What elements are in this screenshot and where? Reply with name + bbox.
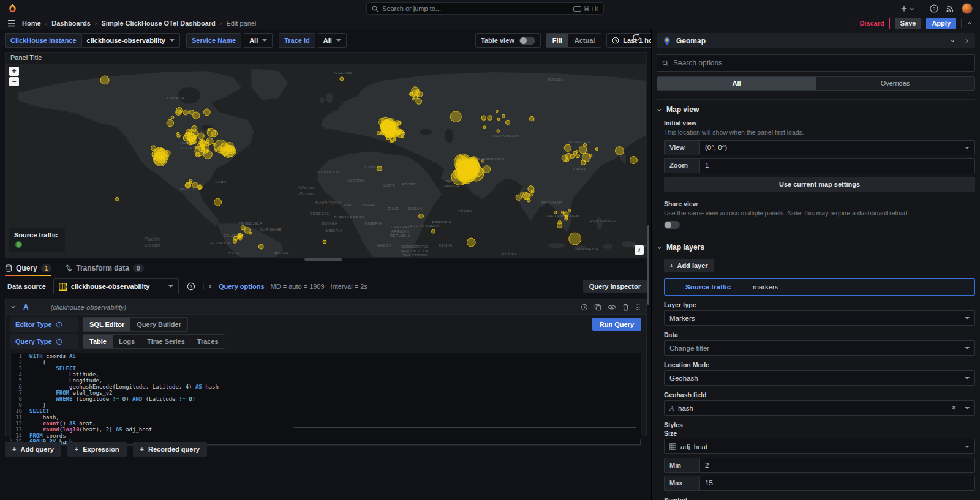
clear-icon[interactable]: ✕ — [951, 404, 957, 412]
options-search-input[interactable]: Search options — [657, 54, 975, 72]
discard-button[interactable]: Discard — [854, 18, 889, 29]
layer-item-source-traffic[interactable]: Source traffic markers — [664, 278, 975, 296]
angle-right-icon[interactable] — [964, 38, 969, 44]
user-avatar[interactable] — [962, 3, 973, 14]
grafana-logo[interactable] — [7, 3, 18, 13]
datasource-picker[interactable]: clickhouse-observability — [53, 278, 179, 294]
apply-button[interactable]: Apply — [926, 18, 956, 29]
code-horizontal-scrollbar[interactable] — [293, 427, 636, 428]
query-builder-option[interactable]: Query Builder — [130, 318, 187, 331]
fill-option[interactable]: Fill — [546, 34, 568, 47]
table-view-switch[interactable] — [519, 37, 535, 45]
recorded-query-button[interactable]: +Recorded query — [133, 442, 207, 457]
expression-button[interactable]: +Expression — [67, 442, 127, 457]
svg-text:GABON: GABON — [377, 244, 392, 247]
zoom-input[interactable]: 1 — [699, 158, 975, 173]
options-tab-overrides[interactable]: Overrides — [816, 77, 974, 90]
geohash-field-select[interactable]: A hash ✕ — [664, 400, 975, 416]
breadcrumb-dashboards[interactable]: Dashboards — [51, 20, 91, 27]
map-zoom-in-button[interactable]: + — [9, 67, 19, 76]
chevron-down-icon[interactable] — [10, 304, 16, 310]
news-rss-icon[interactable] — [946, 4, 954, 13]
duplicate-icon[interactable] — [594, 304, 601, 311]
layer-name[interactable]: Source traffic — [685, 283, 731, 291]
sql-editor-option[interactable]: SQL Editor — [83, 318, 130, 331]
code-line[interactable]: 12 count() AS heat, — [11, 420, 641, 427]
code-line[interactable]: 3 SELECT — [11, 365, 641, 371]
panel-title[interactable]: Panel Title — [6, 53, 646, 64]
data-filter-select[interactable]: Change filter — [664, 340, 975, 356]
left-scrollbar-thumb[interactable] — [647, 225, 649, 305]
code-line[interactable]: 2 ( — [11, 359, 641, 365]
query-row-header[interactable]: A (clickhouse-observability) — [6, 300, 646, 315]
map-attribution-button[interactable]: i — [635, 245, 644, 255]
min-input[interactable]: 2 — [699, 458, 975, 473]
query-inspector-button[interactable]: Query Inspector — [583, 280, 647, 293]
section-map-view-header[interactable]: Map view — [657, 105, 975, 114]
legend-color-dot[interactable] — [15, 241, 22, 248]
location-mode-select[interactable]: Geohash — [664, 370, 975, 386]
actual-option[interactable]: Actual — [568, 34, 601, 47]
add-query-button[interactable]: +Add query — [5, 442, 61, 457]
svg-text:MYANMAR: MYANMAR — [541, 201, 562, 204]
table-view-toggle[interactable]: Table view — [475, 33, 541, 48]
editor-type-label: Editor Type i — [10, 317, 78, 332]
clickhouse-instance-select[interactable]: clickhouse-observability — [81, 33, 180, 48]
geomap-canvas[interactable]: RUSSIACANADAICELANDKAZAKHSTANMONGOLIACHI… — [6, 64, 646, 257]
code-line[interactable]: 11 hash, — [11, 414, 641, 420]
line-number: 5 — [11, 378, 29, 384]
tab-query[interactable]: Query 1 — [5, 263, 51, 276]
add-menu-button[interactable] — [900, 5, 914, 12]
initial-view-label: Initial view — [664, 119, 975, 127]
history-icon[interactable] — [581, 304, 588, 311]
query-type-table[interactable]: Table — [83, 335, 113, 348]
visualization-name: Geomap — [676, 37, 706, 45]
view-select[interactable]: (0°, 0°) — [699, 140, 975, 155]
panel-resize-handle[interactable] — [304, 258, 342, 261]
query-type-traces[interactable]: Traces — [191, 335, 225, 348]
section-map-layers: Map layers +Add layer Source traffic mar… — [657, 237, 975, 500]
trace-id-select[interactable]: All — [318, 33, 347, 48]
query-options-toggle[interactable]: Query options — [219, 283, 265, 290]
datasource-help-button[interactable]: ? — [184, 279, 198, 294]
section-map-layers-header[interactable]: Map layers — [657, 243, 975, 252]
code-line[interactable]: 6 geohashEncode(Longitude, Latitude, 4) … — [11, 384, 641, 390]
code-line[interactable]: 1WITH coords AS — [11, 353, 641, 359]
code-line[interactable]: 8 WHERE (Longitude != 0) AND (Latitude !… — [11, 396, 641, 402]
refresh-button[interactable] — [632, 33, 641, 42]
breadcrumb-home[interactable]: Home — [22, 20, 41, 27]
breadcrumb-dashboard-name[interactable]: Simple ClickHouse OTel Dashboard — [101, 20, 215, 27]
svg-text:CANADA: CANADA — [167, 96, 184, 100]
delete-query-trash-icon[interactable] — [622, 304, 629, 311]
code-line[interactable]: 4 Latitude, — [11, 371, 641, 378]
run-query-button[interactable]: Run Query — [592, 318, 641, 331]
code-line[interactable]: 7 FROM etel_logs_v2 — [11, 390, 641, 396]
size-field-select[interactable]: adj_heat — [664, 439, 975, 454]
menu-icon[interactable] — [7, 20, 16, 27]
layer-type-select[interactable]: Markers — [664, 310, 975, 326]
query-type-time-series[interactable]: Time Series — [141, 335, 191, 348]
visualization-picker[interactable]: Geomap — [657, 33, 975, 48]
help-icon[interactable]: ? — [930, 4, 938, 13]
search-icon — [662, 60, 669, 67]
code-line[interactable]: 5 Longitude, — [11, 378, 641, 384]
drag-handle-icon[interactable] — [635, 304, 641, 311]
use-current-map-settings-button[interactable]: Use current map settings — [664, 177, 975, 192]
map-zoom-out-button[interactable]: − — [9, 77, 19, 86]
save-button[interactable]: Save — [895, 18, 922, 29]
max-input[interactable]: 15 — [699, 476, 975, 491]
hide-query-eye-icon[interactable] — [608, 304, 616, 311]
search-input[interactable]: Search or jump to... ⌘+k — [366, 2, 604, 15]
collapse-options-icon[interactable] — [967, 21, 973, 26]
code-line[interactable]: 10SELECT — [11, 408, 641, 414]
service-name-select[interactable]: All — [244, 33, 273, 48]
add-layer-button[interactable]: +Add layer — [664, 259, 714, 272]
sql-code[interactable]: 1WITH coords AS2 (3 SELECT4 Latitude,5 L… — [10, 353, 641, 446]
chevron-down-icon[interactable] — [950, 38, 956, 43]
share-view-switch[interactable] — [664, 221, 680, 229]
tab-transform-data[interactable]: Transform data 0 — [65, 263, 143, 276]
query-type-logs[interactable]: Logs — [113, 335, 141, 348]
options-tab-all[interactable]: All — [657, 77, 816, 90]
code-line[interactable]: 14FROM coords — [11, 433, 641, 439]
code-line[interactable]: 9 ) — [11, 402, 641, 408]
